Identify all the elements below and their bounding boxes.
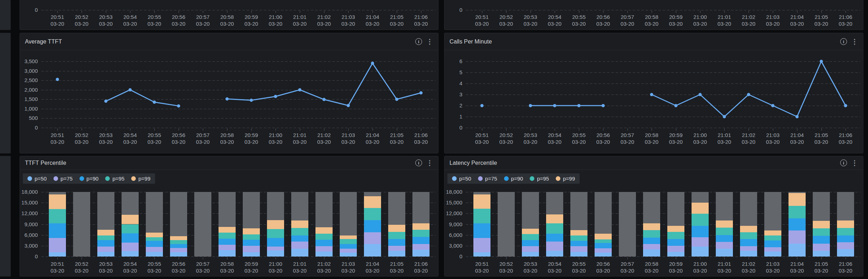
legend-item-p90[interactable]: p=90 (79, 176, 99, 182)
bar-segment-p50 (219, 250, 236, 257)
bar-segment-p99 (789, 193, 806, 206)
legend-item-p75[interactable]: p=75 (478, 176, 497, 182)
bar-segment-p99 (267, 220, 284, 229)
axis-tick (421, 11, 421, 13)
gridline (41, 71, 436, 71)
info-icon[interactable]: i (415, 159, 422, 166)
axis-tick (846, 128, 846, 131)
axis-tick (724, 11, 725, 13)
bar-segment-p99 (412, 223, 430, 230)
x-axis-label: 21:00 03-20 (263, 260, 288, 274)
bar-segment-p90 (522, 240, 539, 246)
y-axis-label: 3 (445, 91, 462, 98)
axis-tick (421, 128, 421, 131)
x-axis-label: 20:58 03-20 (215, 132, 239, 145)
axis-tick (276, 11, 276, 13)
legend-swatch (79, 176, 84, 181)
legend-item-p99[interactable]: p=99 (131, 176, 150, 182)
bar-segment-p75 (570, 246, 587, 252)
kebab-menu-icon[interactable]: ⋮ (426, 160, 433, 166)
chart-top-left-axis: 020:51 03-2020:52 03-2020:53 03-2020:54 … (20, 0, 438, 30)
info-icon[interactable]: i (840, 38, 847, 45)
x-axis-label: 20:53 03-20 (94, 132, 118, 145)
chart-ttft-percentile: 03,0006,0009,00012,00015,00018,00020:51 … (20, 156, 438, 276)
data-point (371, 62, 374, 65)
bar-segment-p75 (340, 249, 357, 253)
axis-tick (203, 257, 203, 259)
bar-segment-p75 (49, 238, 66, 252)
x-axis-label: 20:54 03-20 (543, 260, 567, 274)
axis-tick (555, 257, 555, 259)
panel-ttft-percentile: TTFT Percentile i ⋮ 03,0006,0009,00012,0… (20, 156, 438, 277)
x-axis-label: 20:57 03-20 (191, 260, 215, 274)
legend-item-p75[interactable]: p=75 (53, 176, 73, 182)
x-axis-label: 20:59 03-20 (664, 132, 688, 145)
bar-segment-p75 (813, 244, 830, 251)
info-icon[interactable]: i (840, 159, 847, 166)
bar-segment-p75 (315, 246, 333, 252)
kebab-menu-icon[interactable]: ⋮ (851, 160, 858, 166)
panel-header: Latency Percentile i ⋮ (445, 156, 863, 170)
x-axis-label: 20:55 03-20 (142, 14, 166, 27)
axis-tick (57, 128, 58, 131)
y-axis-label: 6,000 (20, 232, 38, 238)
x-axis-label: 20:59 03-20 (664, 14, 688, 27)
legend-item-p99[interactable]: p=99 (556, 176, 575, 182)
axis-tick (348, 11, 349, 13)
header-icons: i ⋮ (415, 159, 433, 166)
legend: p=50p=75p=90p=95p=99 (23, 173, 155, 184)
x-axis-label: 21:00 03-20 (688, 14, 712, 27)
bar-segment-p90 (716, 235, 733, 242)
x-axis-label: 20:53 03-20 (94, 14, 118, 27)
bar-segment-p75 (522, 246, 539, 252)
panel-latency-percentile: Latency Percentile i ⋮ 03,0006,0009,0001… (444, 156, 863, 277)
axis-tick (579, 257, 579, 259)
axis-tick (530, 128, 531, 131)
bar-segment-p95 (837, 228, 854, 235)
axis-tick (773, 128, 773, 131)
panel-title: TTFT Percentile (25, 160, 66, 166)
bar-segment-p50 (595, 253, 612, 257)
legend-item-p95[interactable]: p=95 (105, 176, 124, 182)
axis-tick (203, 11, 203, 13)
axis-tick (300, 257, 300, 259)
bar-segment-p50 (122, 251, 139, 257)
legend-label: p=90 (87, 176, 99, 182)
panel-average-ttft: Average TTFT i ⋮ 05001,0001,5002,0002,50… (20, 33, 438, 153)
data-point (104, 100, 108, 103)
legend-item-p90[interactable]: p=90 (504, 176, 523, 182)
x-axis-label: 21:01 03-20 (712, 260, 736, 274)
axis-tick (773, 11, 773, 13)
x-axis-label: 21:06 03-20 (833, 132, 858, 145)
bar-segment-p95 (315, 234, 333, 240)
gridline (41, 109, 436, 109)
bar-segment-p99 (716, 220, 733, 228)
gridline (466, 106, 860, 106)
y-axis-label: 3,000 (445, 243, 462, 249)
legend-item-p95[interactable]: p=95 (530, 176, 549, 182)
bar-segment-p75 (546, 242, 563, 251)
x-axis-label: 20:51 03-20 (45, 132, 70, 145)
x-axis-label: 20:59 03-20 (239, 260, 263, 274)
axis-tick (652, 257, 652, 259)
legend-label: p=50 (459, 176, 471, 182)
legend-item-p50[interactable]: p=50 (27, 176, 47, 182)
kebab-menu-icon[interactable]: ⋮ (851, 39, 858, 45)
y-axis-label: 3,000 (20, 243, 38, 249)
gridline (466, 83, 860, 84)
axis-tick (251, 257, 252, 259)
x-axis-label: 21:06 03-20 (833, 260, 858, 274)
axis-tick (821, 128, 822, 131)
adjacent-panel-edge (0, 156, 11, 277)
axis-tick (82, 257, 82, 259)
y-axis-label: 9,000 (445, 221, 462, 228)
info-icon[interactable]: i (415, 38, 422, 45)
axis-tick (82, 128, 82, 131)
gridline (41, 90, 436, 90)
axis-tick (749, 257, 749, 259)
bar-segment-p95 (291, 228, 308, 236)
bar-segment-p90 (412, 237, 430, 244)
axis-tick (106, 257, 106, 259)
kebab-menu-icon[interactable]: ⋮ (426, 39, 433, 45)
legend-item-p50[interactable]: p=50 (452, 176, 471, 182)
